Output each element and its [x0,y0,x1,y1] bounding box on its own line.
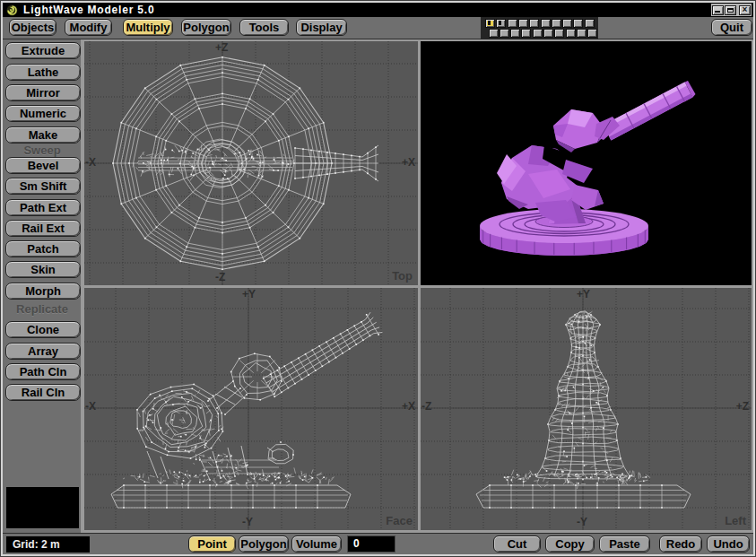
tool-mirror[interactable]: Mirror [5,84,81,101]
minimize-button[interactable] [712,5,724,15]
layer-button-10-bg[interactable] [587,29,597,38]
layer-button-2-fg[interactable] [496,19,506,28]
layer-button-7-bg[interactable] [554,29,564,38]
tool-patch[interactable]: Patch [5,240,81,257]
maximize-icon [727,8,734,13]
tool-panel: Extrude Lathe Mirror Numeric Make Sweep … [3,39,82,533]
layer-button-1-bg[interactable] [489,29,499,38]
display-swatch [6,487,79,528]
layer-button-4-bg[interactable] [521,29,531,38]
minimize-icon [715,11,720,13]
tool-path-cln[interactable]: Path Cln [5,363,81,380]
title-bar[interactable]: LightWave Modeler 5.0 × [3,3,753,17]
layer-bank [481,17,598,39]
mode-point-button[interactable]: Point [188,535,236,553]
window-title: LightWave Modeler 5.0 [23,4,154,16]
layer-button-7-fg[interactable] [552,19,561,28]
status-bar: Grid: 2 m Point Polygon Volume 0 Cut Cop… [3,533,753,554]
axis-label-plus-z: +Z [736,401,749,412]
viewport-top[interactable]: +Z -Z -X +X Top [84,41,418,285]
axis-label-minus-y: -Y [242,517,253,527]
layer-button-6-fg[interactable] [541,19,551,28]
mode-polygon-button[interactable]: Polygon [239,535,289,553]
menu-bar: Objects Modify Multiply Polygon Tools Di… [3,17,753,39]
viewport-left[interactable]: +Y -Y -Z +Z Left [421,288,752,530]
axis-label-plus-z: +Z [215,42,228,53]
layer-button-3-bg[interactable] [510,29,520,38]
tool-skin[interactable]: Skin [5,261,81,278]
tab-display[interactable]: Display [296,19,347,36]
tool-bevel[interactable]: Bevel [5,157,81,174]
axis-label-minus-z: -Z [421,401,431,412]
axis-label-plus-y: +Y [242,289,256,300]
face-view-canvas [84,288,418,530]
viewport-preview[interactable] [421,41,752,285]
lightwave-modeler-window: LightWave Modeler 5.0 × Objects Modify M… [0,0,756,557]
tool-make[interactable]: Make [5,126,81,144]
layer-button-10-fg[interactable] [585,19,595,28]
axis-label-minus-y: -Y [577,517,587,527]
tab-modify[interactable]: Modify [65,19,112,36]
tool-morph[interactable]: Morph [5,283,81,300]
grid-size-readout: Grid: 2 m [6,536,90,553]
axis-label-minus-z: -Z [215,272,225,283]
copy-button[interactable]: Copy [545,535,595,553]
tool-rail-cln[interactable]: Rail Cln [5,384,81,401]
layer-button-3-fg[interactable] [508,19,517,28]
layer-button-8-fg[interactable] [562,19,572,28]
app-logo-icon [6,4,18,16]
mode-volume-button[interactable]: Volume [291,535,342,553]
window-controls: × [711,4,752,16]
tab-multiply[interactable]: Multiply [123,19,173,36]
axis-label-plus-y: +Y [577,289,590,300]
tool-numeric[interactable]: Numeric [5,105,81,122]
viewport-face[interactable]: +Y -Y -X +X Face [84,288,418,530]
undo-button[interactable]: Undo [707,535,750,553]
selection-count-readout: 0 [347,535,395,553]
layer-button-8-bg[interactable] [566,29,576,38]
tool-sm-shift[interactable]: Sm Shift [5,178,81,195]
viewport-name-top: Top [392,269,413,283]
tab-tools[interactable]: Tools [239,19,289,36]
paste-button[interactable]: Paste [599,535,650,553]
layer-button-9-fg[interactable] [573,19,583,28]
layer-button-1-fg[interactable] [485,19,495,28]
viewport-name-face: Face [386,514,413,527]
tool-extrude[interactable]: Extrude [5,42,81,59]
tool-clone[interactable]: Clone [5,321,81,338]
section-label-replicate: Replicate [3,302,82,316]
layer-button-5-fg[interactable] [529,19,539,28]
viewport-area: +Z -Z -X +X Top +Y -Y -X +X Face +Y -Y -… [81,39,753,533]
layer-button-9-bg[interactable] [577,29,587,38]
tab-polygon[interactable]: Polygon [181,19,231,36]
maximize-button[interactable] [725,5,736,15]
left-view-canvas [421,288,752,530]
section-label-sweep: Sweep [3,144,82,157]
axis-label-minus-x: -X [85,157,96,168]
viewport-name-left: Left [725,514,746,527]
layer-button-2-bg[interactable] [500,29,509,38]
layer-button-6-bg[interactable] [543,29,553,38]
cut-button[interactable]: Cut [493,535,541,553]
close-button[interactable]: × [739,5,751,15]
top-view-canvas [84,41,418,285]
quit-button[interactable]: Quit [711,19,752,36]
layer-button-5-bg[interactable] [533,29,543,38]
tool-array[interactable]: Array [5,343,81,360]
axis-label-plus-x: +X [402,157,415,168]
redo-button[interactable]: Redo [659,535,702,553]
tool-lathe[interactable]: Lathe [5,64,81,81]
axis-label-minus-x: -X [85,401,96,412]
axis-label-plus-x: +X [402,401,415,412]
tool-rail-ext[interactable]: Rail Ext [5,220,81,237]
tool-path-ext[interactable]: Path Ext [5,199,81,216]
layer-button-4-fg[interactable] [518,19,528,28]
preview-render-canvas [421,41,752,285]
tab-objects[interactable]: Objects [9,19,56,36]
